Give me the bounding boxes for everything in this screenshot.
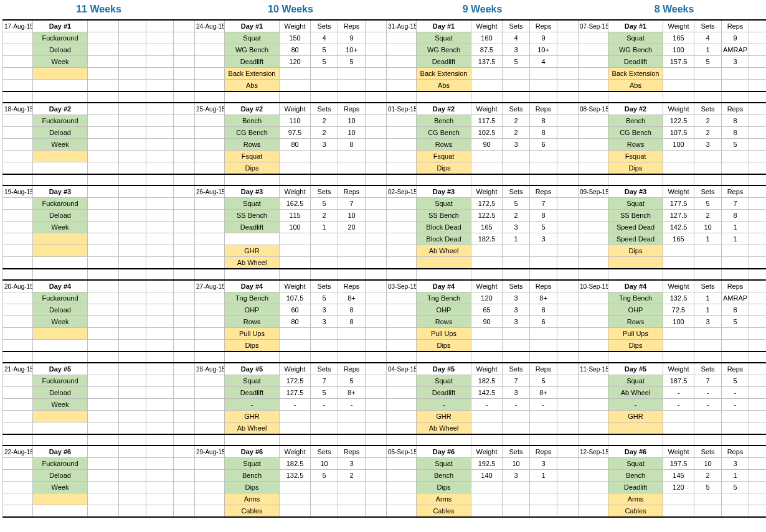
deload-text: Week [33,139,88,151]
exercise-name: Tng Bench [417,292,471,304]
exercise-name: Squat [225,198,280,210]
exercise-name: Deadlift [417,56,471,68]
exercise-name: Rows [608,316,663,328]
accessory-name [608,257,663,269]
accessory-name: Back Extension [417,68,471,80]
accessory-name: Abs [608,80,663,92]
exercise-name: WG Bench [608,44,663,56]
deload-text: Fuckaround [33,115,88,127]
deload-text: Week [33,399,88,411]
accessory-name: Arms [608,493,663,505]
day-header: Day #1 [608,20,663,32]
accessory-name [608,422,663,435]
accessory-name: Abs [225,80,280,92]
exercise-name: Squat [608,458,663,470]
exercise-name: SS Bench [225,210,280,222]
workout-spreadsheet: 11 Weeks10 Weeks9 Weeks8 Weeks17-Aug-15D… [2,2,766,518]
exercise-name: Speed Dead [608,233,663,245]
week-title: 11 Weeks [3,2,195,17]
exercise-name: SS Bench [417,210,471,222]
exercise-name: Squat [225,375,280,387]
day-header: Day #6 [608,446,663,458]
exercise-name: Ab Wheel [608,387,663,399]
deload-text: Fuckaround [33,375,88,387]
exercise-name: Squat [608,198,663,210]
day-header: Day #2 [33,103,88,115]
accessory-name: Fsquat [608,151,663,162]
accessory-name: Fsquat [417,151,471,162]
day-header: Day #5 [608,363,663,375]
exercise-name: Squat [225,32,280,44]
exercise-name: - [225,399,280,411]
accessory-name: Dips [225,340,280,352]
exercise-name: Block Dead [417,222,471,233]
day-header: Day #6 [225,446,280,458]
day-header: Day #2 [225,103,280,115]
deload-text: Fuckaround [33,32,88,44]
accessory-name: Arms [417,493,471,505]
accessory-name: Dips [225,162,280,175]
day-header: Day #4 [225,280,280,292]
exercise-name: Bench [417,115,471,127]
deload-text: Fuckaround [33,292,88,304]
deload-text: Deload [33,127,88,139]
exercise-name: Tng Bench [608,292,663,304]
exercise-name: Bench [417,470,471,482]
day-header: Day #2 [608,103,663,115]
exercise-name: - [608,399,663,411]
accessory-name: Cables [417,505,471,518]
exercise-name: Deadlift [608,482,663,493]
accessory-name: Cables [608,505,663,518]
accessory-name: Ab Wheel [225,257,280,269]
deload-text: Week [33,222,88,233]
exercise-name: Deadlift [417,387,471,399]
day-header: Day #3 [225,185,280,198]
exercise-name: Deadlift [225,387,280,399]
exercise-name: WG Bench [225,44,280,56]
deload-text: Fuckaround [33,198,88,210]
day-header: Day #3 [33,185,88,198]
deload-text: Deload [33,304,88,316]
accessory-name: GHR [225,245,280,257]
accessory-name: GHR [417,411,471,422]
exercise-name: Dips [225,482,280,493]
deload-text: Fuckaround [33,458,88,470]
exercise-name: Deadlift [225,56,280,68]
exercise-name: Bench [608,115,663,127]
deload-text: Week [33,316,88,328]
accessory-name: Back Extension [608,68,663,80]
day-header: Day #5 [33,363,88,375]
deload-text: Week [33,482,88,493]
exercise-name: Squat [608,32,663,44]
exercise-name: WG Bench [417,44,471,56]
accessory-name [417,257,471,269]
exercise-name: Squat [417,198,471,210]
accessory-name: Back Extension [225,68,280,80]
deload-text: Deload [33,387,88,399]
accessory-name: Dips [417,340,471,352]
accessory-name: Arms [225,493,280,505]
accessory-name: Ab Wheel [225,422,280,435]
week-title: 9 Weeks [387,2,579,17]
day-header: Day #6 [33,446,88,458]
exercise-name: SS Bench [608,210,663,222]
accessory-name: Cables [225,505,280,518]
exercise-name: Bench [608,470,663,482]
exercise-name: Block Dead [417,233,471,245]
deload-text: Deload [33,470,88,482]
exercise-name: Rows [417,139,471,151]
accessory-name: Dips [608,340,663,352]
exercise-name: - [417,399,471,411]
exercise-name: CG Bench [225,127,280,139]
day-header: Day #4 [417,280,471,292]
exercise-name: Rows [225,316,280,328]
exercise-name: Dips [417,482,471,493]
accessory-name: Dips [608,162,663,175]
accessory-name: GHR [608,411,663,422]
accessory-name: Fsquat [225,151,280,162]
week-title: 10 Weeks [195,2,387,17]
exercise-name: CG Bench [417,127,471,139]
exercise-name: Tng Bench [225,292,280,304]
exercise-name: Squat [417,458,471,470]
accessory-name: Dips [417,162,471,175]
